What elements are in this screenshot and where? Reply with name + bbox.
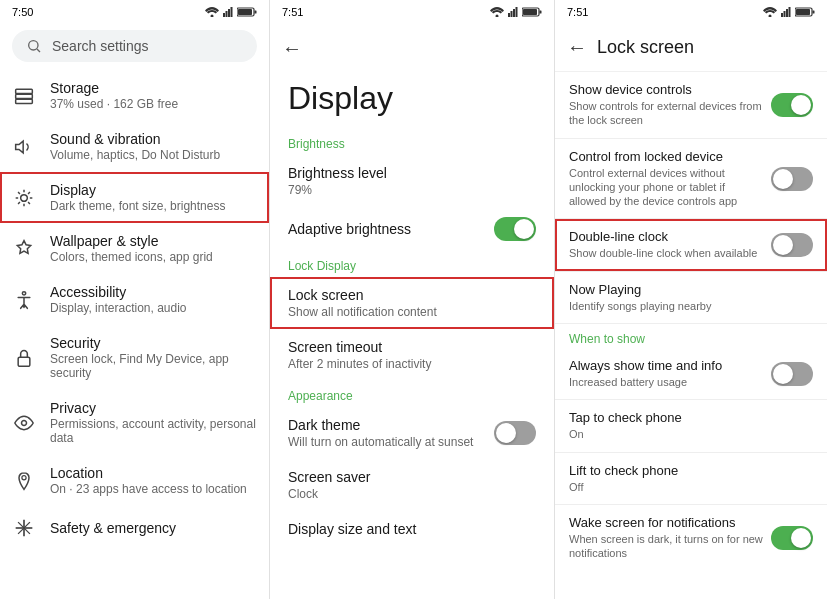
- control-locked-sub: Control external devices without unlocki…: [569, 166, 763, 209]
- svg-rect-2: [226, 11, 228, 17]
- sound-subtitle: Volume, haptics, Do Not Disturb: [50, 148, 257, 162]
- security-icon: [12, 346, 36, 370]
- search-bar[interactable]: Search settings: [12, 30, 257, 62]
- device-controls-toggle[interactable]: [771, 93, 813, 117]
- right-panel: 7:51 ← Lock screen Show device controls …: [555, 0, 827, 599]
- accessibility-text: Accessibility Display, interaction, audi…: [50, 284, 257, 315]
- lock-display-section-header: Lock display: [270, 251, 554, 277]
- storage-title: Storage: [50, 80, 257, 96]
- accessibility-subtitle: Display, interaction, audio: [50, 301, 257, 315]
- security-subtitle: Screen lock, Find My Device, app securit…: [50, 352, 257, 380]
- svg-line-18: [18, 192, 20, 194]
- display-size-text: Display size and text: [288, 521, 416, 537]
- svg-line-20: [28, 192, 30, 194]
- privacy-title: Privacy: [50, 400, 257, 416]
- middle-header: ←: [270, 24, 554, 72]
- middle-back-button[interactable]: ←: [282, 37, 302, 60]
- display-item-screen-saver[interactable]: Screen saver Clock: [270, 459, 554, 511]
- battery-icon-mid: [522, 7, 542, 17]
- battery-icon-right: [795, 7, 815, 17]
- lock-item-device-controls[interactable]: Show device controls Show controls for e…: [555, 72, 827, 138]
- sidebar-item-safety[interactable]: Safety & emergency: [0, 506, 269, 550]
- svg-rect-39: [781, 13, 783, 17]
- right-status-icons: [763, 7, 815, 17]
- storage-subtitle: 37% used · 162 GB free: [50, 97, 257, 111]
- svg-line-21: [18, 202, 20, 204]
- privacy-icon: [12, 411, 36, 435]
- brightness-level-title: Brightness level: [288, 165, 387, 181]
- signal-icon-mid: [508, 7, 518, 17]
- control-locked-title: Control from locked device: [569, 149, 763, 164]
- appearance-section-header: Appearance: [270, 381, 554, 407]
- wifi-icon-right: [763, 7, 777, 17]
- svg-point-0: [211, 15, 214, 18]
- display-text: Display Dark theme, font size, brightnes…: [50, 182, 257, 213]
- always-show-text: Always show time and info Increased batt…: [569, 358, 771, 389]
- sidebar-item-security[interactable]: Security Screen lock, Find My Device, ap…: [0, 325, 269, 390]
- privacy-subtitle: Permissions, account activity, personal …: [50, 417, 257, 445]
- display-item-brightness-level[interactable]: Brightness level 79%: [270, 155, 554, 207]
- always-show-toggle[interactable]: [771, 362, 813, 386]
- device-controls-text: Show device controls Show controls for e…: [569, 82, 771, 128]
- always-show-title: Always show time and info: [569, 358, 763, 373]
- lock-item-control-locked[interactable]: Control from locked device Control exter…: [555, 139, 827, 219]
- svg-rect-7: [255, 11, 257, 14]
- display-item-lock-screen[interactable]: Lock screen Show all notification conten…: [270, 277, 554, 329]
- double-line-clock-toggle[interactable]: [771, 233, 813, 257]
- screen-timeout-title: Screen timeout: [288, 339, 431, 355]
- double-line-clock-text: Double-line clock Show double-line clock…: [569, 229, 771, 260]
- lock-item-wake-notifications[interactable]: Wake screen for notifications When scree…: [555, 505, 827, 571]
- search-icon: [26, 38, 42, 54]
- screen-saver-sub: Clock: [288, 487, 370, 501]
- left-time: 7:50: [12, 6, 33, 18]
- right-panel-title: Lock screen: [597, 37, 694, 58]
- display-item-adaptive[interactable]: Adaptive brightness: [270, 207, 554, 251]
- brightness-section-header: Brightness: [270, 129, 554, 155]
- svg-rect-23: [18, 357, 30, 366]
- storage-icon: [12, 84, 36, 108]
- double-line-clock-sub: Show double-line clock when available: [569, 246, 763, 260]
- sidebar-item-privacy[interactable]: Privacy Permissions, account activity, p…: [0, 390, 269, 455]
- device-controls-title: Show device controls: [569, 82, 763, 97]
- display-subtitle: Dark theme, font size, brightness: [50, 199, 257, 213]
- display-page-title: Display: [270, 72, 554, 129]
- display-item-display-size[interactable]: Display size and text: [270, 511, 554, 547]
- middle-time: 7:51: [282, 6, 303, 18]
- right-time: 7:51: [567, 6, 588, 18]
- sidebar-item-storage[interactable]: Storage 37% used · 162 GB free: [0, 70, 269, 121]
- display-size-title: Display size and text: [288, 521, 416, 537]
- dark-theme-toggle[interactable]: [494, 421, 536, 445]
- sidebar-item-sound[interactable]: Sound & vibration Volume, haptics, Do No…: [0, 121, 269, 172]
- location-text: Location On · 23 apps have access to loc…: [50, 465, 257, 496]
- tap-check-text: Tap to check phone On: [569, 410, 813, 441]
- right-back-button[interactable]: ←: [567, 36, 587, 59]
- safety-icon: [12, 516, 36, 540]
- lock-item-lift-check[interactable]: Lift to check phone Off: [555, 453, 827, 504]
- wake-notifications-toggle[interactable]: [771, 526, 813, 550]
- lock-screen-title: Lock screen: [288, 287, 437, 303]
- display-icon: [12, 186, 36, 210]
- adaptive-toggle[interactable]: [494, 217, 536, 241]
- lock-item-always-show[interactable]: Always show time and info Increased batt…: [555, 348, 827, 399]
- lock-item-now-playing[interactable]: Now Playing Identify songs playing nearb…: [555, 272, 827, 323]
- lock-item-double-line-clock[interactable]: Double-line clock Show double-line clock…: [555, 219, 827, 270]
- screen-saver-title: Screen saver: [288, 469, 370, 485]
- svg-point-24: [22, 420, 27, 425]
- svg-rect-34: [516, 7, 518, 17]
- svg-point-30: [496, 15, 499, 18]
- svg-rect-45: [813, 11, 815, 14]
- sidebar-item-location[interactable]: Location On · 23 apps have access to loc…: [0, 455, 269, 506]
- sidebar-item-wallpaper[interactable]: Wallpaper & style Colors, themed icons, …: [0, 223, 269, 274]
- lock-item-tap-check[interactable]: Tap to check phone On: [555, 400, 827, 451]
- svg-rect-37: [540, 11, 542, 14]
- svg-rect-42: [789, 7, 791, 17]
- control-locked-toggle[interactable]: [771, 167, 813, 191]
- sidebar-item-display[interactable]: Display Dark theme, font size, brightnes…: [0, 172, 269, 223]
- display-item-screen-timeout[interactable]: Screen timeout After 2 minutes of inacti…: [270, 329, 554, 381]
- svg-line-19: [28, 202, 30, 204]
- lock-screen-text: Lock screen Show all notification conten…: [288, 287, 437, 319]
- sidebar-item-accessibility[interactable]: Accessibility Display, interaction, audi…: [0, 274, 269, 325]
- display-item-dark-theme[interactable]: Dark theme Will turn on automatically at…: [270, 407, 554, 459]
- svg-rect-4: [231, 7, 233, 17]
- now-playing-sub: Identify songs playing nearby: [569, 299, 805, 313]
